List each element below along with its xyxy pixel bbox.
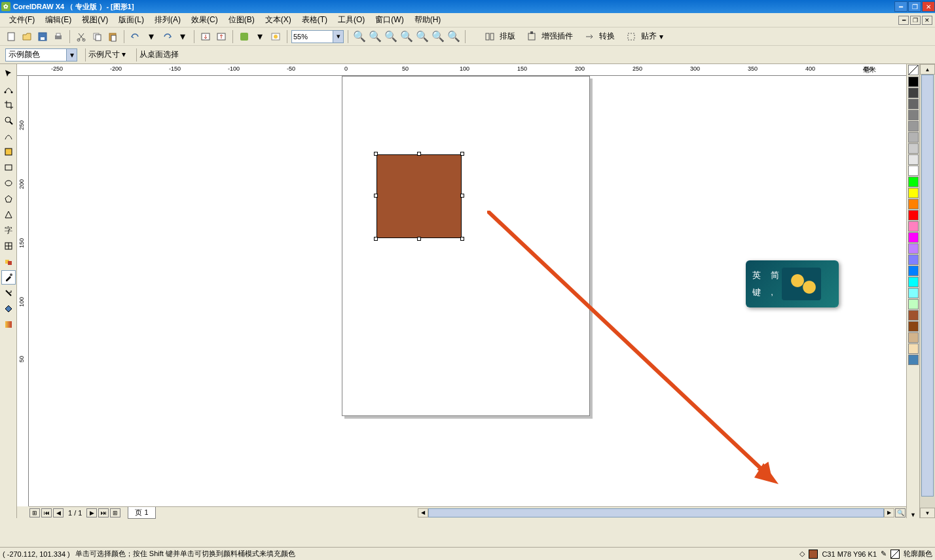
zoom-level-combo[interactable]: 55% ▾ xyxy=(291,30,344,43)
layout-group-label[interactable]: 排版 xyxy=(500,31,515,42)
interactive-tool-icon[interactable] xyxy=(1,254,16,269)
selected-rectangle-shape[interactable] xyxy=(376,154,462,238)
add-page-button[interactable]: ⊞ xyxy=(29,508,40,517)
doc-restore-button[interactable]: ❐ xyxy=(910,16,921,25)
menu-table[interactable]: 表格(T) xyxy=(297,13,333,27)
text-tool-icon[interactable]: 字 xyxy=(1,223,16,237)
menu-bitmap[interactable]: 位图(B) xyxy=(223,13,260,27)
palette-scroll-down[interactable]: ▼ xyxy=(907,512,919,518)
polygon-tool-icon[interactable] xyxy=(1,192,16,206)
convert-group-icon[interactable] xyxy=(582,29,596,44)
outline-tool-icon[interactable] xyxy=(1,286,16,300)
plugin-group-icon[interactable] xyxy=(524,29,539,44)
navigator-icon[interactable]: 🔍 xyxy=(895,508,906,517)
freehand-tool-icon[interactable] xyxy=(1,129,16,143)
smart-fill-icon[interactable] xyxy=(1,145,16,159)
menu-layout[interactable]: 版面(L) xyxy=(113,13,149,27)
scroll-thumb[interactable] xyxy=(428,508,884,517)
color-swatch[interactable] xyxy=(908,110,919,120)
prev-page-button[interactable]: ◀ xyxy=(53,508,64,517)
sample-size-label[interactable]: 示例尺寸 ▾ xyxy=(88,49,126,60)
menu-file[interactable]: 文件(F) xyxy=(4,13,40,27)
color-swatch[interactable] xyxy=(908,232,919,243)
vertical-ruler[interactable]: 250 200 150 100 50 xyxy=(17,76,29,506)
rectangle-tool-icon[interactable] xyxy=(1,160,16,175)
first-page-button[interactable]: ⏮ xyxy=(41,508,52,517)
zoom-all-icon[interactable]: 🔍 xyxy=(399,29,414,44)
zoom-tool-icon[interactable] xyxy=(1,113,16,128)
last-page-button[interactable]: ⏭ xyxy=(98,508,109,517)
fill-color-swatch[interactable] xyxy=(809,550,818,559)
snap-dropdown[interactable]: ▾ xyxy=(659,32,663,41)
open-icon[interactable] xyxy=(20,29,34,44)
color-swatch[interactable] xyxy=(908,355,919,365)
paste-icon[interactable] xyxy=(105,29,120,44)
color-swatch[interactable] xyxy=(908,121,919,131)
undo-icon[interactable] xyxy=(128,29,143,44)
zoom-height-icon[interactable]: 🔍 xyxy=(447,29,461,44)
color-swatch[interactable] xyxy=(908,132,919,143)
cut-icon[interactable] xyxy=(74,29,88,44)
maximize-button[interactable]: ❐ xyxy=(908,1,921,12)
chevron-down-icon[interactable]: ▾ xyxy=(66,49,77,61)
next-page-button[interactable]: ▶ xyxy=(86,508,97,517)
color-swatch[interactable] xyxy=(908,332,919,343)
app-launcher-dropdown[interactable]: ▾ xyxy=(253,29,267,44)
zoom-in-icon[interactable]: 🔍 xyxy=(352,29,367,44)
color-swatch[interactable] xyxy=(908,210,919,220)
ime-indicator[interactable]: 英 简 键 , xyxy=(746,260,839,307)
zoom-page-icon[interactable]: 🔍 xyxy=(415,29,430,44)
menu-tools[interactable]: 工具(O) xyxy=(333,13,370,27)
zoom-selection-icon[interactable]: 🔍 xyxy=(384,29,398,44)
scroll-right-icon[interactable]: ▶ xyxy=(884,508,894,517)
outline-color-swatch[interactable] xyxy=(890,550,900,559)
scroll-down-icon[interactable]: ▼ xyxy=(920,508,935,518)
import-icon[interactable] xyxy=(198,29,213,44)
add-page-after-button[interactable]: ⊞ xyxy=(110,508,120,517)
interactive-fill-icon[interactable] xyxy=(1,317,16,332)
table-tool-icon[interactable] xyxy=(1,239,16,253)
sample-color-combo[interactable]: 示例颜色 ▾ xyxy=(5,48,77,61)
color-swatch[interactable] xyxy=(908,288,919,298)
plugin-group-label[interactable]: 增强插件 xyxy=(541,31,573,42)
fill-tool-icon[interactable] xyxy=(1,302,16,316)
crop-tool-icon[interactable] xyxy=(1,97,16,112)
no-color-swatch[interactable] xyxy=(908,65,919,75)
desktop-pick-label[interactable]: 从桌面选择 xyxy=(139,49,179,60)
selection-handle[interactable] xyxy=(460,237,464,241)
color-swatch[interactable] xyxy=(908,199,919,209)
color-swatch[interactable] xyxy=(908,221,919,232)
selection-handle[interactable] xyxy=(460,152,464,156)
color-swatch[interactable] xyxy=(908,254,919,265)
color-swatch[interactable] xyxy=(908,99,919,109)
selection-handle[interactable] xyxy=(374,152,378,156)
copy-icon[interactable] xyxy=(90,29,104,44)
color-swatch[interactable] xyxy=(908,277,919,287)
selection-handle[interactable] xyxy=(374,194,378,198)
horizontal-ruler[interactable]: -250 -200 -150 -100 -50 0 50 100 150 200… xyxy=(17,64,906,76)
color-swatch[interactable] xyxy=(908,88,919,98)
menu-effects[interactable]: 效果(C) xyxy=(186,13,223,27)
color-swatch[interactable] xyxy=(908,321,919,332)
zoom-out-icon[interactable]: 🔍 xyxy=(368,29,382,44)
horizontal-scrollbar[interactable]: ◀ ▶ xyxy=(418,508,894,517)
ellipse-tool-icon[interactable] xyxy=(1,176,16,190)
selection-handle[interactable] xyxy=(417,237,421,241)
color-swatch[interactable] xyxy=(908,77,919,87)
shape-tool-icon[interactable] xyxy=(1,82,16,96)
vertical-scrollbar[interactable]: ▲ ▼ xyxy=(919,64,935,518)
menu-arrange[interactable]: 排列(A) xyxy=(149,13,186,27)
scroll-left-icon[interactable]: ◀ xyxy=(418,508,428,517)
color-swatch[interactable] xyxy=(908,177,919,187)
zoom-width-icon[interactable]: 🔍 xyxy=(431,29,445,44)
redo-dropdown-icon[interactable]: ▾ xyxy=(175,29,190,44)
color-swatch[interactable] xyxy=(908,266,919,276)
menu-text[interactable]: 文本(X) xyxy=(260,13,297,27)
print-icon[interactable] xyxy=(51,29,65,44)
welcome-icon[interactable] xyxy=(268,29,283,44)
color-swatch[interactable] xyxy=(908,188,919,198)
selection-handle[interactable] xyxy=(417,152,421,156)
save-icon[interactable] xyxy=(35,29,50,44)
color-swatch[interactable] xyxy=(908,154,919,165)
color-swatch[interactable] xyxy=(908,310,919,321)
